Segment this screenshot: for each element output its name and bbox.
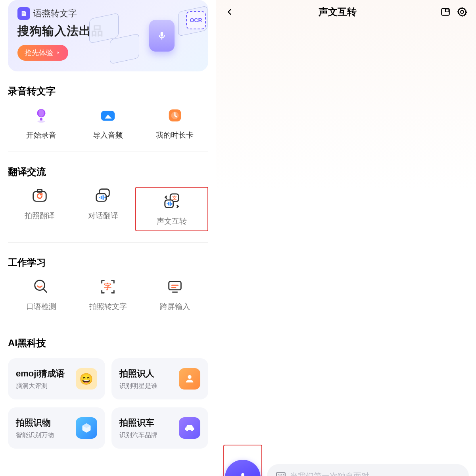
item-dialog-translate[interactable]: 对话翻译 <box>71 187 135 231</box>
item-label: 拍照翻译 <box>25 211 55 221</box>
item-label: 开始录音 <box>26 130 56 140</box>
pip-icon <box>440 7 451 17</box>
text-input[interactable]: 当我们第一次独自面对 <box>267 464 469 476</box>
card-emoji-idiom[interactable]: emoji猜成语 脑洞大评测 😄 <box>8 358 105 399</box>
item-speaking-test[interactable]: 口语检测 <box>8 278 75 312</box>
gear-icon <box>457 6 468 17</box>
clock-icon <box>166 106 184 125</box>
item-label: 跨屏输入 <box>160 301 190 312</box>
promo-cta-label: 抢先体验 <box>25 48 53 58</box>
svg-rect-20 <box>276 473 285 476</box>
card-title: emoji猜成语 <box>16 368 65 380</box>
chat-wave-icon <box>94 187 112 205</box>
top-bar: 声文互转 <box>216 0 476 24</box>
svg-point-2 <box>38 120 45 123</box>
item-label: 对话翻译 <box>88 211 118 221</box>
svg-rect-18 <box>445 9 449 12</box>
item-time-card[interactable]: 我的时长卡 <box>142 106 208 140</box>
svg-point-19 <box>461 10 463 13</box>
voice-text-screen: 声文互转 当我们第一次独自面对 <box>216 0 476 476</box>
card-photo-object[interactable]: 拍照识物 智能识别万物 <box>8 407 105 449</box>
divider <box>8 152 208 152</box>
card-title: 拍照识车 <box>119 417 157 429</box>
brand-icon <box>17 7 30 20</box>
svg-rect-1 <box>40 118 42 121</box>
item-voice-text-convert[interactable]: 文 声文互转 <box>135 187 208 231</box>
ai-row-2: 拍照识物 智能识别万物 拍照识车 识别汽车品牌 <box>8 407 208 449</box>
mic-icon <box>32 106 50 125</box>
item-cross-screen[interactable]: 跨屏输入 <box>142 278 208 312</box>
back-button[interactable] <box>224 6 235 17</box>
item-label: 我的时长卡 <box>156 130 194 140</box>
input-bar: 当我们第一次独自面对 <box>216 452 476 476</box>
svg-text:字: 字 <box>104 282 112 291</box>
emoji-icon: 😄 <box>76 368 97 390</box>
voice-text-icon: 文 <box>163 192 181 211</box>
magnify-smile-icon <box>32 278 50 296</box>
card-subtitle: 智能识别万物 <box>16 431 54 440</box>
divider <box>8 242 208 243</box>
section-title-translate: 翻译交流 <box>8 165 208 178</box>
section-title-record: 录音转文字 <box>8 85 208 98</box>
scan-char-icon: 字 <box>99 278 117 296</box>
highlight-mic <box>223 445 262 476</box>
keyboard-icon <box>276 470 286 476</box>
chevron-left-icon <box>225 8 234 16</box>
picture-in-picture-button[interactable] <box>440 6 451 18</box>
card-title: 拍照识物 <box>16 417 54 429</box>
page-title: 声文互转 <box>240 6 435 18</box>
conversation-area <box>216 24 476 476</box>
divider <box>8 323 208 323</box>
card-subtitle: 脑洞大评测 <box>16 382 65 390</box>
mic-icon <box>149 20 175 52</box>
item-import-audio[interactable]: 导入音频 <box>75 106 141 140</box>
promo-banner[interactable]: 语燕转文字 搜狗输入法出品 抢先体验 OCR <box>8 0 208 71</box>
card-subtitle: 识别汽车品牌 <box>119 431 157 440</box>
ai-row-1: emoji猜成语 脑洞大评测 😄 拍照识人 识别明星是谁 <box>8 358 208 399</box>
settings-button[interactable] <box>456 6 468 18</box>
input-placeholder: 当我们第一次独自面对 <box>290 471 369 476</box>
section-title-ai: AI黑科技 <box>8 337 208 349</box>
card-title: 拍照识人 <box>119 368 157 380</box>
brand-name: 语燕转文字 <box>33 8 77 19</box>
svg-rect-6 <box>33 192 46 202</box>
work-grid: 口语检测 字 拍照转文字 跨屏输入 <box>8 278 208 312</box>
item-label: 拍照转文字 <box>89 301 127 312</box>
chevron-right-icon <box>56 50 61 56</box>
card-subtitle: 识别明星是谁 <box>119 382 157 390</box>
car-icon <box>179 417 200 439</box>
person-icon <box>179 368 200 390</box>
card-photo-person[interactable]: 拍照识人 识别明星是谁 <box>111 358 209 399</box>
section-title-work: 工作学习 <box>8 256 208 269</box>
card-photo-car[interactable]: 拍照识车 识别汽车品牌 <box>111 407 209 449</box>
promo-cta[interactable]: 抢先体验 <box>17 45 68 61</box>
item-photo-translate[interactable]: 拍照翻译 <box>8 187 71 231</box>
svg-point-16 <box>188 375 191 379</box>
item-label: 导入音频 <box>93 130 123 140</box>
item-photo-to-text[interactable]: 字 拍照转文字 <box>75 278 141 312</box>
tools-screen: 语燕转文字 搜狗输入法出品 抢先体验 OCR 录音转文字 开始录音 <box>0 0 216 476</box>
folder-icon <box>99 106 117 125</box>
cube-icon <box>76 417 97 439</box>
mic-button[interactable] <box>225 460 261 476</box>
translate-grid: 拍照翻译 对话翻译 文 声文互转 <box>8 187 208 231</box>
promo-art: OCR <box>120 2 203 69</box>
camera-refresh-icon <box>31 187 49 205</box>
record-grid: 开始录音 导入音频 我的时长卡 <box>8 106 208 140</box>
item-label: 口语检测 <box>26 301 56 312</box>
monitor-icon <box>166 278 184 296</box>
item-start-record[interactable]: 开始录音 <box>8 106 75 140</box>
item-label: 声文互转 <box>157 216 187 226</box>
ocr-tag: OCR <box>186 11 206 29</box>
mic-icon <box>237 470 249 476</box>
